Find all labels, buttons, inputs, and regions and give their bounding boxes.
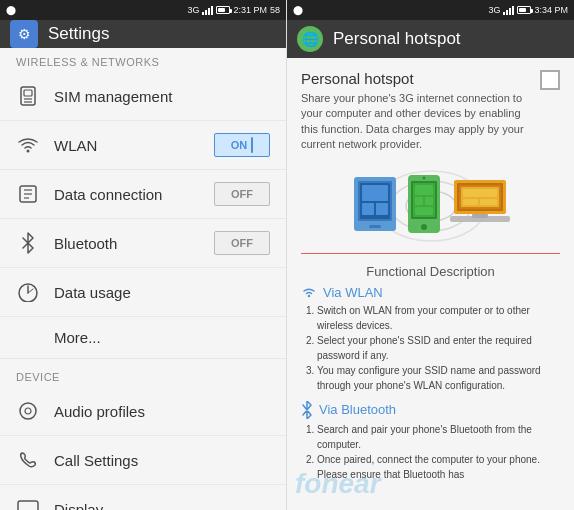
hotspot-header-bar: 🌐 Personal hotspot [287,20,574,58]
hotspot-text-block: Personal hotspot Share your phone's 3G i… [301,70,532,153]
network-type-right: 3G [488,5,500,15]
hotspot-title: Personal hotspot [301,70,532,87]
data-label: Data connection [54,186,200,203]
left-device [352,175,398,237]
wlan-step-3: You may configure your SSID name and pas… [317,363,560,393]
display-icon [16,497,40,510]
audio-icon [16,399,40,423]
signal-bars-right [503,5,514,15]
svg-rect-34 [415,197,423,205]
svg-rect-23 [369,225,381,228]
wlan-step-2: Select your phone's SSID and enter the r… [317,333,560,363]
status-right-right: 3G 3:34 PM [488,5,568,15]
bluetooth-label: Bluetooth [54,235,200,252]
svg-point-30 [421,224,427,230]
via-bluetooth-label: Via Bluetooth [319,402,396,417]
status-left: ⬤ [6,5,16,15]
via-wlan-label: Via WLAN [323,285,383,300]
functional-desc-section: Functional Description Via WLAN Switch o… [287,258,574,496]
status-bar-right: ⬤ 3G 3:34 PM [287,0,574,20]
sim-label: SIM management [54,88,270,105]
wireless-section-label: WIRELESS & NETWORKS [0,48,286,72]
svg-point-4 [27,150,30,153]
bluetooth-step-2: Once paired, connect the computer to you… [317,452,560,482]
svg-rect-26 [362,203,374,215]
settings-icon: ⚙ [10,20,38,48]
left-panel: ⬤ 3G 2:31 PM 58 ⚙ Settings WIRELESS & NE… [0,0,287,510]
call-icon [16,448,40,472]
svg-rect-33 [415,185,433,195]
menu-item-call[interactable]: Call Settings [0,436,286,485]
divider [301,253,560,254]
display-label: Display [54,501,270,511]
menu-item-data[interactable]: Data connection OFF [0,170,286,219]
battery-left [216,6,230,14]
notification-icon: ⬤ [6,5,16,15]
svg-rect-36 [415,207,433,215]
svg-rect-45 [480,199,497,205]
svg-rect-12 [18,501,38,510]
menu-item-datausage[interactable]: Data usage [0,268,286,317]
func-title: Functional Description [301,264,560,279]
datausage-icon [16,280,40,304]
menu-item-more[interactable]: More... [0,317,286,359]
settings-title: Settings [48,24,109,44]
signal-bars-left [202,5,213,15]
svg-point-46 [308,295,310,297]
svg-rect-43 [463,189,497,197]
via-wlan-heading: Via WLAN [301,285,560,300]
svg-rect-35 [425,197,433,205]
more-label: More... [54,329,101,346]
time-right: 3:34 PM [534,5,568,15]
wlan-label: WLAN [54,137,200,154]
menu-item-audio[interactable]: Audio profiles [0,387,286,436]
battery-percent-left: 58 [270,5,280,15]
status-right: 3G 2:31 PM 58 [187,5,280,15]
status-bar-left: ⬤ 3G 2:31 PM 58 [0,0,286,20]
svg-rect-25 [362,185,388,201]
settings-header: ⚙ Settings [0,20,286,48]
svg-point-10 [20,403,36,419]
hotspot-checkbox[interactable] [540,70,560,90]
device-section-label: DEVICE [0,363,286,387]
bluetooth-toggle[interactable]: OFF [214,231,270,255]
wifi-icon [16,133,40,157]
svg-rect-44 [463,199,478,205]
svg-rect-27 [376,203,388,215]
bluetooth-step-1: Search and pair your phone's Bluetooth f… [317,422,560,452]
right-laptop [450,178,510,234]
hotspot-globe-icon: 🌐 [297,26,323,52]
wlan-toggle[interactable]: ON [214,133,270,157]
hotspot-desc: Share your phone's 3G internet connectio… [301,91,532,153]
svg-rect-1 [24,90,32,96]
sim-icon [16,84,40,108]
center-phone [406,173,442,239]
svg-point-11 [25,408,31,414]
call-label: Call Settings [54,452,270,469]
menu-item-sim[interactable]: SIM management [0,72,286,121]
battery-right [517,6,531,14]
hotspot-content-header: Personal hotspot Share your phone's 3G i… [287,58,574,159]
bluetooth-func-icon [301,401,313,419]
bluetooth-icon [16,231,40,255]
menu-item-display[interactable]: Display [0,485,286,510]
wlan-step-1: Switch on WLAN from your computer or to … [317,303,560,333]
audio-label: Audio profiles [54,403,270,420]
datausage-label: Data usage [54,284,270,301]
wlan-steps-list: Switch on WLAN from your computer or to … [301,303,560,393]
data-icon [16,182,40,206]
time-left: 2:31 PM [233,5,267,15]
right-panel: ⬤ 3G 3:34 PM 🌐 Personal hotspot Personal… [287,0,574,510]
status-right-left: ⬤ [293,5,303,15]
menu-item-bluetooth[interactable]: Bluetooth OFF [0,219,286,268]
menu-item-wlan[interactable]: WLAN ON [0,121,286,170]
hotspot-diagram [287,159,574,249]
bluetooth-steps-list: Search and pair your phone's Bluetooth f… [301,422,560,482]
hotspot-header-title: Personal hotspot [333,29,461,49]
via-bluetooth-heading: Via Bluetooth [301,401,560,419]
wlan-icon [301,286,317,298]
data-toggle[interactable]: OFF [214,182,270,206]
svg-point-31 [422,176,425,179]
svg-rect-41 [472,214,488,218]
notification-icon-right: ⬤ [293,5,303,15]
